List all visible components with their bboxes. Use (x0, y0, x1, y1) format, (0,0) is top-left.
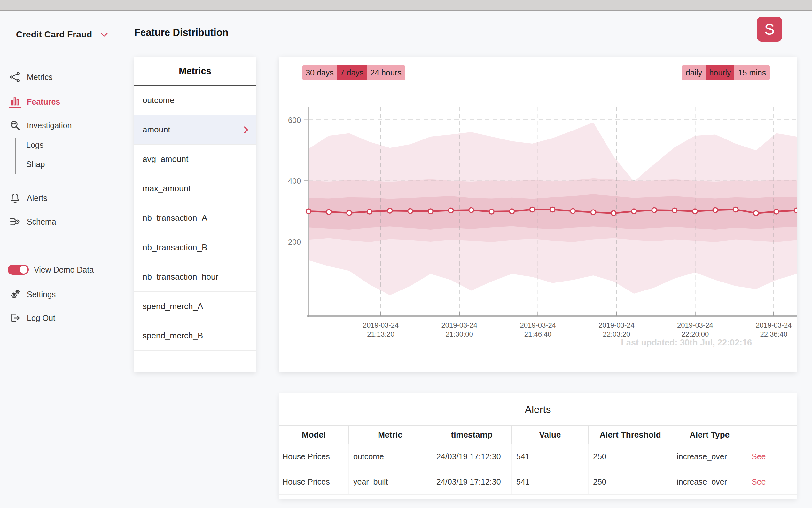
alert-cell: outcome (348, 444, 432, 469)
metric-label: nb_transaction_hour (143, 272, 218, 282)
svg-text:21:46:40: 21:46:40 (524, 330, 552, 338)
chevron-down-icon (100, 32, 108, 37)
app-screen: Credit Card Fraud Feature Distribution S… (0, 0, 812, 508)
features-icon (9, 95, 21, 109)
sidebar-item-label: Shap (26, 160, 45, 169)
metric-label: amount (143, 125, 171, 135)
magnifier-icon (9, 119, 21, 131)
metrics-panel-title: Metrics (134, 57, 256, 86)
logout-icon (9, 312, 21, 324)
metric-label: spend_merch_A (143, 301, 203, 311)
see-link[interactable]: See (747, 444, 797, 469)
alert-cell: House Prices (279, 444, 348, 469)
alerts-table-body: House Pricesoutcome24/03/19 17:12:305412… (279, 444, 797, 495)
svg-text:2019-03-24: 2019-03-24 (520, 321, 556, 329)
bell-icon (9, 192, 21, 204)
window-top-bar (0, 0, 812, 10)
sidebar-item-label: Schema (27, 217, 56, 226)
column-header-timestamp: timestamp (432, 426, 512, 444)
toggle-label: View Demo Data (34, 265, 94, 274)
toggle-on-switch[interactable] (8, 264, 29, 275)
sidebar-item-shap[interactable]: Shap (26, 157, 45, 171)
alerts-title: Alerts (279, 393, 797, 425)
distribution-chart: 2004006002019-03-2421:13:202019-03-2421:… (279, 57, 797, 372)
svg-text:2019-03-24: 2019-03-24 (677, 321, 713, 329)
sidebar-item-label: Log Out (27, 313, 55, 323)
svg-text:2019-03-24: 2019-03-24 (363, 321, 399, 329)
feature-distribution-card: 30 days 7 days 24 hours daily hourly 15 … (279, 57, 797, 372)
sidebar-item-label: Alerts (27, 194, 47, 203)
sidebar-item-alerts[interactable]: Alerts (9, 190, 47, 205)
svg-text:22:03:20: 22:03:20 (603, 330, 630, 338)
metric-row-spend_merch_A[interactable]: spend_merch_A (134, 292, 256, 321)
metrics-icon (9, 71, 21, 83)
sidebar-item-features[interactable]: Features (9, 94, 60, 109)
metric-label: nb_transaction_B (143, 243, 207, 252)
sidebar-item-investigation[interactable]: Investigation (9, 118, 71, 133)
svg-text:200: 200 (288, 238, 301, 246)
metric-row-avg_amount[interactable]: avg_amount (134, 144, 256, 174)
metric-label: avg_amount (143, 154, 188, 164)
column-header-value: Value (512, 426, 588, 444)
see-link[interactable]: See (747, 469, 797, 494)
sidebar-item-metrics[interactable]: Metrics (9, 70, 53, 84)
svg-text:21:30:00: 21:30:00 (446, 330, 473, 338)
alert-row-1: House Pricesyear_built24/03/19 17:12:305… (279, 469, 797, 495)
project-name: Credit Card Fraud (16, 30, 92, 40)
column-header-metric: Metric (348, 426, 432, 444)
metric-row-outcome[interactable]: outcome (134, 86, 256, 115)
metric-row-amount[interactable]: amount (134, 115, 256, 144)
column-header-alert-threshold: Alert Threshold (588, 426, 672, 444)
app-logo[interactable]: S (757, 17, 782, 42)
alert-cell: 541 (512, 469, 588, 494)
alert-cell: 24/03/19 17:12:30 (432, 444, 512, 469)
metric-label: spend_merch_B (143, 331, 203, 341)
project-selector[interactable]: Credit Card Fraud (16, 28, 108, 42)
alert-cell: year_built (348, 469, 432, 494)
alert-cell: 541 (512, 444, 588, 469)
metric-row-empty (134, 351, 256, 380)
column-header-model: Model (279, 426, 348, 444)
gear-icon (9, 288, 21, 300)
alerts-card: Alerts Model Metric timestamp Value Aler… (279, 393, 797, 499)
sidebar-item-label: Features (27, 97, 60, 107)
svg-text:21:13:20: 21:13:20 (367, 330, 394, 338)
column-header-alert-type: Alert Type (672, 426, 747, 444)
svg-text:2019-03-24: 2019-03-24 (756, 321, 792, 329)
alerts-table-header: Model Metric timestamp Value Alert Thres… (279, 425, 797, 444)
alert-cell: increase_over (672, 444, 747, 469)
metric-row-nb_transaction_A[interactable]: nb_transaction_A (134, 204, 256, 233)
chevron-right-icon (244, 126, 249, 134)
sidebar-item-logs[interactable]: Logs (26, 137, 44, 152)
alert-cell: 24/03/19 17:12:30 (432, 469, 512, 494)
svg-text:600: 600 (288, 116, 301, 124)
alert-cell: 250 (588, 444, 672, 469)
alert-cell: House Prices (279, 469, 348, 494)
view-demo-data-toggle-row[interactable]: View Demo Data (8, 262, 94, 277)
metric-row-spend_merch_B[interactable]: spend_merch_B (134, 321, 256, 351)
sidebar-item-label: Metrics (27, 73, 53, 82)
alert-row-0: House Pricesoutcome24/03/19 17:12:305412… (279, 444, 797, 469)
metric-label: nb_transaction_A (143, 213, 207, 223)
metric-label: max_amount (143, 184, 191, 194)
metric-row-max_amount[interactable]: max_amount (134, 174, 256, 204)
sidebar-item-logout[interactable]: Log Out (9, 311, 55, 325)
metric-row-nb_transaction_hour[interactable]: nb_transaction_hour (134, 262, 256, 292)
sidebar-item-label: Logs (26, 140, 44, 150)
svg-text:2019-03-24: 2019-03-24 (441, 321, 478, 329)
svg-text:22:20:00: 22:20:00 (681, 330, 709, 338)
sidebar-item-schema[interactable]: Schema (9, 214, 56, 229)
svg-text:400: 400 (288, 177, 301, 185)
metrics-list: outcomeamountavg_amountmax_amountnb_tran… (134, 86, 256, 380)
metric-label: outcome (143, 95, 175, 105)
sidebar-item-settings[interactable]: Settings (9, 287, 56, 302)
metric-row-nb_transaction_B[interactable]: nb_transaction_B (134, 233, 256, 262)
alert-cell: 250 (588, 469, 672, 494)
toggle-knob (20, 266, 28, 273)
sub-nav-divider (15, 138, 16, 174)
column-header-action (747, 426, 797, 444)
last-updated-text: Last updated: 30th Jul, 22:02:16 (621, 338, 752, 348)
sidebar-item-label: Investigation (27, 121, 71, 130)
alert-cell: increase_over (672, 469, 747, 494)
schema-icon (9, 216, 21, 228)
